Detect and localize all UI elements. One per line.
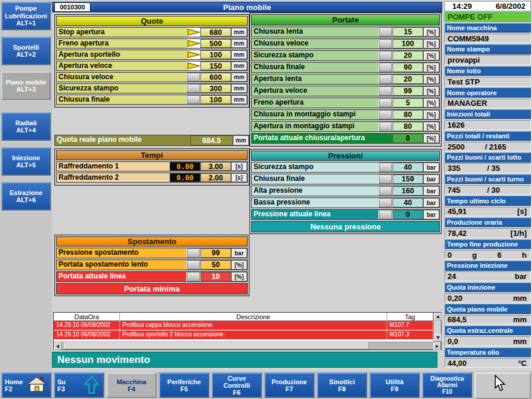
field-value-segment: [1/h] bbox=[511, 229, 527, 238]
spinner-box bbox=[187, 84, 200, 93]
scroll-up-icon[interactable] bbox=[434, 313, 442, 320]
param-unit: mm bbox=[231, 73, 247, 82]
alarm-horizontal-scrollbar[interactable] bbox=[54, 342, 441, 349]
param-value-field[interactable]: 5 bbox=[392, 98, 423, 108]
param-value-field[interactable]: 150 bbox=[200, 61, 231, 70]
field-label-pezzi-totali-restanti: Pezzi totali / restanti bbox=[445, 131, 531, 141]
pump-status-badge: POMPE OFF bbox=[445, 12, 531, 22]
portate-row-chiusura-veloce: Chiusura veloce100[%] bbox=[251, 38, 440, 49]
param-label: Stop apertura bbox=[57, 28, 187, 37]
nav-su[interactable]: SuF3 bbox=[54, 372, 104, 398]
sidebar-item-pompe-lubrificazioni[interactable]: PompeLubrificazioniALT+1 bbox=[1, 2, 51, 30]
sidebar-item-radiali[interactable]: RadialiALT+4 bbox=[1, 112, 51, 141]
section-quote: Quote Stop apertura680mmFreno apertura50… bbox=[54, 14, 249, 108]
param-value-field[interactable]: 80 bbox=[392, 110, 423, 119]
portate-row-sicurezza-stampo: Sicurezza stampo20[%] bbox=[251, 50, 440, 61]
nav-diagnostica-allarmi[interactable]: DiagnosticaAllarmiF10 bbox=[422, 372, 472, 398]
nav-macchina[interactable]: MacchinaF4 bbox=[106, 372, 157, 398]
param-value-field[interactable]: 50 bbox=[200, 260, 231, 270]
nav-produzione[interactable]: ProduzioneF7 bbox=[264, 372, 314, 398]
nav-periferiche[interactable]: PerifericheF5 bbox=[159, 372, 209, 398]
param-value-field[interactable]: 159 bbox=[392, 174, 423, 184]
field-label-pezzi-buoni-scarti-lotto: Pezzi buoni / scarti lotto bbox=[445, 153, 531, 163]
param-value-field[interactable]: 90 bbox=[392, 63, 423, 72]
alarm-vertical-scrollbar[interactable] bbox=[433, 313, 441, 342]
portate-row-freno-apertura: Freno apertura5[%] bbox=[251, 98, 440, 108]
sidebar-item-key: ALT+5 bbox=[16, 161, 35, 169]
param-value-field[interactable]: 99 bbox=[200, 248, 231, 258]
mouse-cursor-icon bbox=[494, 375, 507, 392]
param-value-field[interactable]: 20 bbox=[392, 51, 423, 60]
marker-arrow-icon bbox=[187, 50, 200, 59]
param-value-field[interactable]: 680 bbox=[200, 28, 231, 37]
param-value-field[interactable]: 300 bbox=[200, 84, 231, 93]
spinner-box bbox=[379, 198, 392, 207]
param-value-field[interactable]: 40 bbox=[392, 198, 423, 207]
page-titlebar: 0010300 Piano mobile bbox=[52, 2, 442, 12]
param-value-field[interactable]: 99 bbox=[392, 86, 423, 96]
param-label: Portata attuale chiusura/apertura bbox=[252, 134, 379, 143]
field-value-nome-stampo: provappi bbox=[445, 55, 531, 65]
param-label: Apertura sportello bbox=[57, 50, 187, 59]
field-value-segment: 44,00 bbox=[447, 359, 467, 368]
param-value-field[interactable]: 40 bbox=[392, 163, 423, 172]
spinner-box bbox=[379, 51, 392, 60]
field-label-quota-piano-mobile: Quota piano mobile bbox=[445, 304, 531, 314]
param-value-field[interactable]: 100 bbox=[392, 39, 423, 48]
quote-row-chiusura-veloce: Chiusura veloce600mm bbox=[56, 72, 248, 82]
param-value-field[interactable]: 600 bbox=[200, 73, 231, 82]
spinner-box bbox=[187, 272, 200, 281]
param-value-field[interactable]: 0 bbox=[392, 210, 423, 219]
spinner-box bbox=[379, 74, 392, 84]
left-sidebar: PompeLubrificazioniALT+1SportelliALT+2Pi… bbox=[0, 0, 52, 371]
nav-sinottici[interactable]: SinotticiF8 bbox=[317, 372, 367, 398]
spinner-box bbox=[379, 63, 392, 72]
param-unit: [%] bbox=[423, 63, 439, 72]
tempi-row-raffreddamento-2: Raffreddamento 20.002.00[s] bbox=[56, 173, 248, 183]
section-spostamento: Spostamento Pressione spostamento99barPo… bbox=[54, 235, 249, 296]
param-label: Bassa pressione bbox=[252, 198, 378, 207]
nav-utilit[interactable]: UtilitàF9 bbox=[369, 372, 420, 398]
param-value-field[interactable]: 20 bbox=[392, 74, 423, 84]
param-value-field[interactable]: 100 bbox=[200, 50, 231, 59]
actual-time-display: 0.00 bbox=[170, 162, 200, 171]
param-value-field[interactable]: 0 bbox=[392, 134, 423, 143]
nav-curve-controlli[interactable]: CurveControlliF6 bbox=[212, 372, 262, 398]
param-unit: [%] bbox=[423, 110, 439, 119]
clock-time: 14:29 bbox=[452, 2, 472, 11]
param-value-field[interactable]: 3.00 bbox=[200, 162, 231, 171]
spinner-box bbox=[379, 163, 392, 172]
nav-home[interactable]: HomeF2 bbox=[1, 372, 51, 398]
section-spostamento-header: Spostamento bbox=[56, 236, 248, 246]
sidebar-item-iniezione[interactable]: IniezioneALT+5 bbox=[1, 147, 51, 176]
nav-label: Home bbox=[5, 378, 23, 385]
sidebar-item-estrazione[interactable]: EstrazioneALT+6 bbox=[1, 182, 51, 210]
param-value-field[interactable]: 80 bbox=[392, 122, 423, 131]
nav-key: F10 bbox=[442, 388, 452, 395]
sidebar-item-sportelli[interactable]: SportelliALT+2 bbox=[1, 37, 51, 65]
scroll-down-icon[interactable] bbox=[434, 334, 442, 342]
param-label: Apertura veloce bbox=[57, 61, 187, 70]
spinner-box bbox=[379, 210, 392, 219]
sidebar-item-label: Sportelli bbox=[13, 44, 39, 51]
param-value-field[interactable]: 100 bbox=[200, 95, 231, 104]
field-value-segment: g bbox=[472, 251, 477, 259]
scroll-right-icon[interactable] bbox=[433, 342, 441, 350]
param-value-field[interactable]: 160 bbox=[392, 186, 423, 196]
param-value-field[interactable]: 500 bbox=[200, 39, 231, 48]
scrollbar-thumb[interactable] bbox=[64, 342, 369, 349]
param-unit: [%] bbox=[423, 122, 439, 131]
param-unit: mm bbox=[231, 61, 247, 70]
field-value-produzione-oraria: 78,42[1/h] bbox=[445, 228, 531, 238]
scroll-left-icon[interactable] bbox=[54, 342, 61, 350]
param-value-field[interactable]: 15 bbox=[392, 27, 423, 37]
sidebar-item-piano-mobile[interactable]: Piano mobileALT+3 bbox=[1, 72, 51, 100]
param-value-field[interactable]: 10 bbox=[200, 272, 231, 281]
field-value-segment: / 2165 bbox=[485, 142, 506, 151]
param-value-field[interactable]: 2.00 bbox=[200, 173, 231, 182]
alarm-list: DataOraDescrizioneTag 14.29.10 06/08/200… bbox=[54, 313, 433, 342]
alarm-row[interactable]: 14.29.10 06/08/2002Profibus cappa blocco… bbox=[54, 321, 433, 330]
alarm-row[interactable]: 14.29.10 06/08/2002Profibus sportello 2 … bbox=[54, 330, 433, 339]
param-label: Freno apertura bbox=[252, 98, 378, 108]
section-portate-header: Portate bbox=[251, 14, 440, 25]
